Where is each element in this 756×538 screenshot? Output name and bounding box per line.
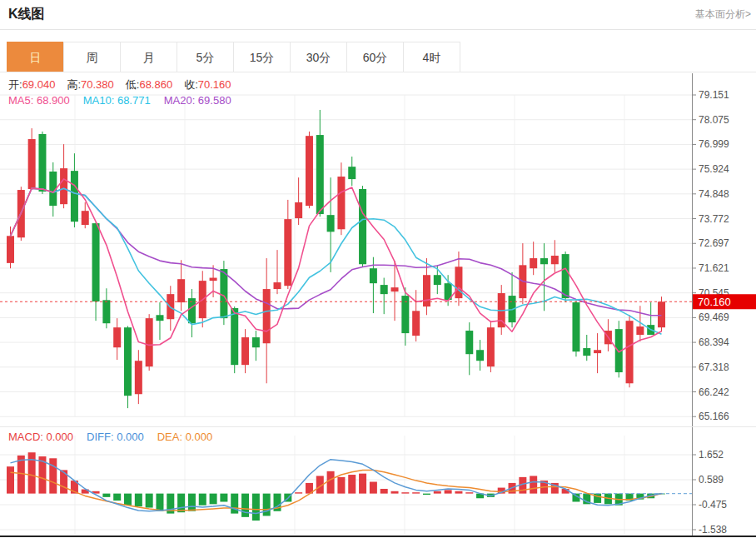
macd-chart-svg: 1.6520.589-0.475-1.538 xyxy=(0,427,756,538)
ohlc-item-1: 高:70.380 xyxy=(67,78,113,91)
tab-4时[interactable]: 4时 xyxy=(403,42,460,72)
svg-text:1.652: 1.652 xyxy=(699,449,724,461)
svg-text:70.160: 70.160 xyxy=(698,296,731,308)
ma-item-0: MA5: 68.900 xyxy=(8,94,70,107)
tab-30分[interactable]: 30分 xyxy=(290,42,347,72)
ma-row: MA5: 68.900MA10: 68.771MA20: 69.580 xyxy=(8,92,245,108)
svg-text:73.772: 73.772 xyxy=(699,213,729,225)
ohlc-item-3: 收:70.160 xyxy=(184,78,231,91)
svg-text:-0.475: -0.475 xyxy=(699,499,727,511)
tab-周[interactable]: 周 xyxy=(63,42,121,72)
svg-text:76.999: 76.999 xyxy=(699,138,729,150)
ohlc-row: 开:69.040高:70.380低:68.860收:70.160 xyxy=(8,77,245,92)
svg-text:-1.538: -1.538 xyxy=(699,524,727,536)
ma-item-1: MA10: 68.771 xyxy=(83,94,151,107)
interval-tabs: 日周月5分15分30分60分4时 xyxy=(7,42,460,72)
macd-info-overlay: MACD: 0.000DIFF: 0.000DEA: 0.000 xyxy=(8,431,226,443)
svg-text:78.075: 78.075 xyxy=(699,114,729,126)
tab-60分[interactable]: 60分 xyxy=(346,42,404,72)
candlestick-chart-svg: 79.15178.07576.99975.92474.84873.77272.6… xyxy=(0,73,756,426)
tab-月[interactable]: 月 xyxy=(120,42,177,72)
svg-text:69.469: 69.469 xyxy=(699,311,729,323)
macd-chart-area[interactable]: 1.6520.589-0.475-1.538 MACD: 0.000DIFF: … xyxy=(0,426,756,538)
svg-text:72.697: 72.697 xyxy=(699,237,729,249)
macd-item-1: DIFF: 0.000 xyxy=(87,431,144,443)
price-info-overlay: 开:69.040高:70.380低:68.860收:70.160 MA5: 68… xyxy=(8,77,245,108)
fundamental-analysis-link[interactable]: 基本面分析> xyxy=(695,7,751,22)
tab-15分[interactable]: 15分 xyxy=(233,42,291,72)
svg-text:65.166: 65.166 xyxy=(699,411,729,422)
svg-text:0.589: 0.589 xyxy=(699,474,724,486)
tab-日[interactable]: 日 xyxy=(7,42,64,72)
svg-text:68.394: 68.394 xyxy=(699,336,729,348)
page-title: K线图 xyxy=(8,6,45,23)
macd-item-0: MACD: 0.000 xyxy=(8,431,73,443)
ma-item-2: MA20: 69.580 xyxy=(164,94,231,107)
macd-item-2: DEA: 0.000 xyxy=(157,431,213,443)
ohlc-item-2: 低:68.860 xyxy=(126,78,172,91)
svg-text:74.848: 74.848 xyxy=(699,188,729,200)
kline-widget: K线图 基本面分析> 日周月5分15分30分60分4时 79.15178.075… xyxy=(0,0,756,538)
interval-tabbar: 日周月5分15分30分60分4时 xyxy=(0,42,756,72)
svg-text:71.621: 71.621 xyxy=(699,262,729,274)
svg-text:79.151: 79.151 xyxy=(699,89,729,101)
svg-text:75.924: 75.924 xyxy=(699,163,729,175)
svg-text:67.318: 67.318 xyxy=(699,361,729,373)
tab-5分[interactable]: 5分 xyxy=(177,42,234,72)
candlestick-chart-area[interactable]: 79.15178.07576.99975.92474.84873.77272.6… xyxy=(0,73,756,426)
ohlc-item-0: 开:69.040 xyxy=(8,78,55,91)
bottom-border xyxy=(0,536,756,537)
svg-text:66.242: 66.242 xyxy=(699,386,729,398)
widget-header: K线图 基本面分析> xyxy=(0,0,756,30)
